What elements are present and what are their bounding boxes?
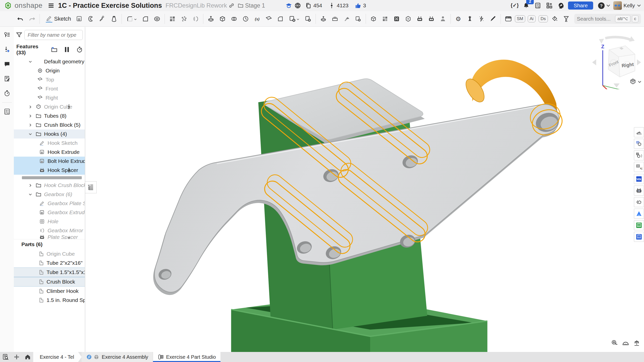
mass-properties-icon[interactable] — [631, 338, 642, 348]
mate-connector-tool-icon[interactable] — [464, 12, 476, 25]
learning-center-icon[interactable] — [284, 1, 293, 10]
tasks-checklist-icon[interactable] — [0, 105, 14, 118]
tab-exercise-4-part-studio[interactable]: Exercise 4 Part Studio — [153, 352, 220, 362]
chevron-down-icon[interactable] — [28, 132, 33, 137]
new-tab-button[interactable] — [11, 352, 22, 362]
chevron-right-icon[interactable] — [28, 123, 33, 127]
gear-tool-icon[interactable]: ⚙ — [452, 12, 464, 25]
feature-row-origin[interactable]: Origin — [14, 66, 85, 75]
filter-funnel-icon[interactable] — [16, 32, 22, 38]
search-tools-field[interactable]: Search tools... alt/⌥ c — [574, 14, 641, 24]
docs-green-app-icon[interactable] — [634, 220, 644, 230]
delete-tool-icon[interactable] — [352, 12, 364, 25]
body-tool-icon[interactable] — [437, 12, 449, 25]
delete-part-tool-icon[interactable] — [302, 12, 314, 25]
report-list-icon[interactable] — [533, 1, 542, 10]
notifications-bell-icon[interactable]: 2 — [522, 1, 531, 10]
filter-tool-icon[interactable] — [560, 12, 572, 25]
feature-row-right[interactable]: Right — [14, 93, 85, 102]
onshape-logo-icon[interactable] — [4, 1, 13, 10]
suspend-rebuild-icon[interactable] — [64, 47, 70, 53]
feature-row-hook-extrude[interactable]: Hook Extrude — [14, 148, 85, 157]
feature-row-gearbox-extrude[interactable]: Gearbox Extrude — [14, 208, 85, 217]
help-icon[interactable]: ? — [597, 1, 606, 10]
parts-header[interactable]: Parts (6) — [14, 239, 85, 249]
appearance-panel-icon[interactable] — [634, 127, 644, 137]
loft-tool-icon[interactable] — [108, 12, 120, 25]
regen-performance-icon[interactable] — [76, 46, 83, 53]
drag-handle-icon[interactable] — [66, 167, 72, 174]
feature-row-tubes-8[interactable]: Tubes (8) — [14, 111, 85, 120]
sheet-metal-app-icon[interactable]: SM — [514, 12, 526, 25]
mirror-tool-icon[interactable] — [190, 12, 201, 25]
feature-row-hook-sketch[interactable]: Hook Sketch — [14, 139, 85, 148]
part-row-tube-2-x2-x16[interactable]: Tube 2"x2"x16" — [14, 258, 85, 267]
feature-row-hook-crush-block-3[interactable]: Hook Crush Block (3) — [14, 181, 85, 190]
drag-handle-icon[interactable] — [66, 237, 72, 239]
extrude-tool-icon[interactable] — [73, 12, 85, 25]
revolve-tool-icon[interactable] — [85, 12, 97, 25]
feature-row-default-geometry[interactable]: Default geometry — [14, 57, 85, 66]
featurescript-tool-1-icon[interactable] — [414, 12, 426, 25]
feature-dialog-flyout[interactable] — [85, 181, 97, 193]
marker-tool-icon[interactable] — [487, 12, 499, 25]
part-row-1-5-in-round-spacer[interactable]: 1.5 in. Round Spacer — [14, 296, 85, 305]
part-row-tube-1-5-x1-5-x18[interactable]: Tube 1.5"x1.5"x18" — [14, 267, 85, 277]
name-badge-tool-icon[interactable]: HELLO — [503, 12, 514, 25]
chevron-down-icon[interactable] — [28, 59, 33, 64]
ai-advisor-icon[interactable] — [556, 1, 565, 10]
linear-pattern-icon[interactable] — [167, 12, 178, 25]
featurescripts-app-icon[interactable] — [634, 186, 644, 196]
tab-exercise-4-tel[interactable]: Exercise 4 - Tel — [33, 352, 82, 362]
feature-row-crush-block-5[interactable]: Crush Block (5) — [14, 120, 85, 129]
alphacad-app-icon[interactable] — [634, 209, 644, 219]
share-button[interactable]: Share — [568, 2, 593, 10]
part-row-climber-hook[interactable]: Climber Hook — [14, 287, 85, 296]
modify-fillet-tool-icon[interactable] — [341, 12, 352, 25]
fillet-tool-icon[interactable] — [124, 12, 140, 25]
create-version-icon[interactable] — [0, 43, 14, 56]
feature-row-gearbox-plate-sketch[interactable]: Gearbox Plate Sketch — [14, 199, 85, 208]
feature-row-front[interactable]: Front — [14, 84, 85, 93]
3d-viewport-canvas[interactable] — [85, 27, 644, 352]
cut-list-panel-icon[interactable] — [634, 139, 644, 149]
random-icon[interactable] — [391, 12, 402, 25]
copies-icon[interactable] — [304, 1, 313, 10]
tape-measure-icon[interactable] — [609, 338, 620, 348]
user-caret-icon[interactable] — [636, 1, 642, 10]
versions-icon[interactable] — [327, 1, 336, 10]
surface-tool-icon[interactable] — [275, 12, 286, 25]
chevron-right-icon[interactable] — [28, 105, 33, 109]
main-menu-icon[interactable] — [47, 1, 56, 10]
drag-handle-icon[interactable] — [66, 104, 72, 111]
part-export-app-icon[interactable] — [634, 197, 644, 207]
feature-row-plate-spacer[interactable]: Plate Spacer — [14, 235, 85, 239]
export-tool-icon[interactable] — [329, 12, 341, 25]
sweep-tool-icon[interactable] — [97, 12, 108, 25]
feature-row-bolt-hole-extrude[interactable]: Bolt Hole Extrude — [14, 157, 85, 166]
tab-exercise-4-assembly[interactable]: Exercise 4 Assembly — [82, 352, 153, 362]
ds-app-icon[interactable]: Ds — [537, 12, 549, 25]
feature-row-hole[interactable]: Hole — [14, 217, 85, 226]
help-caret-icon[interactable] — [606, 1, 611, 10]
public-globe-icon[interactable] — [293, 1, 302, 10]
variable-tool-icon[interactable]: (x) — [251, 12, 263, 25]
apps-grid-icon[interactable] — [545, 1, 554, 10]
feature-row-hooks-4[interactable]: Hooks (4) — [14, 129, 85, 139]
protractor-icon[interactable] — [620, 338, 631, 348]
boolean-tool-icon[interactable] — [217, 12, 228, 25]
workspace-folder-icon[interactable] — [236, 1, 245, 10]
chevron-down-icon[interactable] — [28, 192, 33, 197]
document-title[interactable]: 1C - Practice Exercise Solutions — [58, 2, 162, 10]
user-name[interactable]: Kelly — [623, 3, 635, 9]
feature-row-top[interactable]: Top — [14, 75, 85, 84]
stage-label[interactable]: Stage 1 — [245, 2, 265, 9]
split-tool-icon[interactable] — [228, 12, 240, 25]
hole-tool-icon[interactable] — [151, 12, 163, 25]
circular-pattern-icon[interactable] — [178, 12, 190, 25]
docs-blue-app-icon[interactable] — [634, 232, 644, 242]
primitive-cube-icon[interactable] — [368, 12, 379, 25]
import-tool-icon[interactable] — [318, 12, 329, 25]
like-icon[interactable] — [354, 1, 363, 10]
rollback-bar[interactable] — [22, 176, 82, 179]
